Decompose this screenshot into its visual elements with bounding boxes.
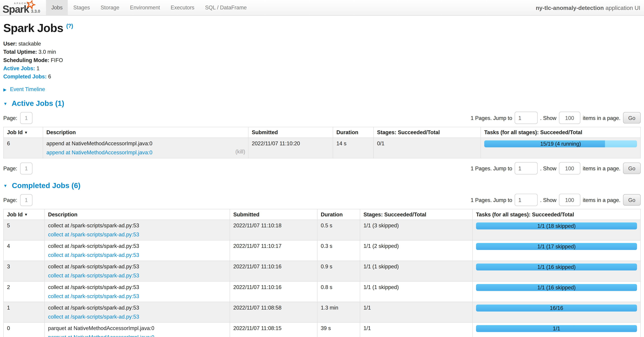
job-stages-cell: 1/1 (1 skipped) <box>360 261 472 281</box>
jump-to-input[interactable] <box>514 162 538 175</box>
main-content: Spark Jobs (?) User: stackable Total Upt… <box>0 22 644 337</box>
nav-tab-storage[interactable]: Storage <box>95 0 125 15</box>
nav-tab-sql-dataframe[interactable]: SQL / DataFrame <box>200 0 252 15</box>
column-header-description[interactable]: Description <box>44 209 230 220</box>
job-stages-cell: 1/1 (1 skipped) <box>360 281 472 302</box>
go-button[interactable]: Go <box>623 112 641 124</box>
job-detail-link[interactable]: collect at /spark-scripts/spark-ad.py:53 <box>48 314 226 320</box>
job-description-text: collect at /spark-scripts/spark-ad.py:53 <box>48 264 226 270</box>
job-tasks-cell: 15/19 (4 running) <box>481 138 640 158</box>
job-detail-link[interactable]: collect at /spark-scripts/spark-ad.py:53 <box>48 273 226 279</box>
tasks-progress-bar: 1/1 (17 skipped) <box>476 243 637 250</box>
job-duration-cell: 0.8 s <box>317 281 360 302</box>
spark-logo[interactable]: Spark APACHE 3.3.0 <box>0 0 46 15</box>
column-header-stages[interactable]: Stages: Succeeded/Total <box>374 127 481 138</box>
job-id-cell: 0 <box>4 323 44 337</box>
job-detail-link[interactable]: append at NativeMethodAccessorImpl.java:… <box>46 149 245 156</box>
job-description-text: collect at /spark-scripts/spark-ad.py:53 <box>48 284 226 290</box>
page-number-input[interactable] <box>20 194 32 206</box>
job-description-text: collect at /spark-scripts/spark-ad.py:53 <box>48 243 226 249</box>
job-id-cell: 1 <box>4 302 44 323</box>
tasks-progress-bar: 15/19 (4 running) <box>484 140 637 147</box>
column-header-job-id[interactable]: Job Id ▼ <box>4 209 44 220</box>
jump-to-input[interactable] <box>514 112 538 124</box>
tasks-progress-bar: 1/1 (18 skipped) <box>476 223 637 229</box>
spark-jobs-page: Spark APACHE 3.3.0 Jobs Stages Storage E… <box>0 0 644 337</box>
active-jobs-table: Job Id ▼ Description Submitted Duration … <box>3 127 641 158</box>
job-submitted-cell: 2022/11/07 11:10:17 <box>230 240 317 261</box>
nav-tabs: Jobs Stages Storage Environment Executor… <box>46 0 252 15</box>
completed-jobs-section-header[interactable]: ▼ Completed Jobs (6) <box>3 181 641 190</box>
application-name-bold: ny-tlc-anomaly-detection <box>536 4 604 11</box>
page-number-input[interactable] <box>20 112 32 124</box>
column-header-duration[interactable]: Duration <box>317 209 360 220</box>
tasks-progress-bar: 1/1 (16 skipped) <box>476 284 637 291</box>
page-title: Spark Jobs (?) <box>3 22 641 35</box>
help-link[interactable]: (?) <box>66 22 73 29</box>
column-header-submitted[interactable]: Submitted <box>230 209 317 220</box>
job-detail-link[interactable]: parquet at NativeMethodAccessorImpl.java… <box>48 334 226 337</box>
items-in-page-text: items in a page. <box>583 165 620 171</box>
completed-jobs-table: Job Id ▼ Description Submitted Duration … <box>3 209 641 337</box>
job-duration-cell: 0.3 s <box>317 240 360 261</box>
active-jobs-header-row: Job Id ▼ Description Submitted Duration … <box>4 127 640 138</box>
job-id-cell: 3 <box>4 261 44 281</box>
job-submitted-cell: 2022/11/07 11:10:16 <box>230 281 317 302</box>
job-description-cell: collect at /spark-scripts/spark-ad.py:53… <box>44 261 230 281</box>
event-timeline-toggle[interactable]: ▶ Event Timeline <box>3 86 641 92</box>
column-header-tasks[interactable]: Tasks (for all stages): Succeeded/Total <box>472 209 640 220</box>
column-header-description[interactable]: Description <box>43 127 248 138</box>
jump-to-input[interactable] <box>514 194 538 206</box>
collapse-down-icon: ▼ <box>3 101 7 106</box>
active-jobs-link[interactable]: Active Jobs: <box>3 65 35 71</box>
active-jobs-section-header[interactable]: ▼ Active Jobs (1) <box>3 99 641 108</box>
go-button[interactable]: Go <box>623 194 641 206</box>
go-button[interactable]: Go <box>623 162 641 174</box>
job-stages-cell: 0/1 <box>374 138 481 158</box>
page-label: Page: <box>3 197 17 203</box>
column-header-job-id[interactable]: Job Id ▼ <box>4 127 43 138</box>
job-detail-link[interactable]: collect at /spark-scripts/spark-ad.py:53 <box>48 232 226 238</box>
completed-jobs-link[interactable]: Completed Jobs: <box>3 73 46 80</box>
job-submitted-cell: 2022/11/07 11:10:16 <box>230 261 317 281</box>
user-value: stackable <box>18 41 41 47</box>
navbar: Spark APACHE 3.3.0 Jobs Stages Storage E… <box>0 0 644 16</box>
completed-jobs-pagination-top: Page: 1 Pages. Jump to . Show items in a… <box>3 194 641 206</box>
column-header-stages[interactable]: Stages: Succeeded/Total <box>360 209 472 220</box>
nav-tab-executors[interactable]: Executors <box>166 0 200 15</box>
application-ui-suffix: application UI <box>606 4 640 11</box>
job-submitted-cell: 2022/11/07 11:08:15 <box>230 323 317 337</box>
job-description-cell: append at NativeMethodAccessorImpl.java:… <box>43 138 248 158</box>
items-per-page-input[interactable] <box>559 162 580 175</box>
page-number-input[interactable] <box>20 162 32 174</box>
sort-down-icon: ▼ <box>24 213 28 217</box>
active-jobs-count: 1 <box>36 65 40 71</box>
items-per-page-input[interactable] <box>559 194 580 206</box>
items-in-page-text: items in a page. <box>583 115 620 121</box>
spark-logo-text: Spark <box>2 4 29 14</box>
pages-jump-text: 1 Pages. Jump to <box>470 115 512 121</box>
tasks-progress-label: 1/1 (16 skipped) <box>476 284 637 291</box>
job-detail-link[interactable]: collect at /spark-scripts/spark-ad.py:53 <box>48 252 226 258</box>
job-description-text: collect at /spark-scripts/spark-ad.py:53 <box>48 223 226 229</box>
nav-tab-environment[interactable]: Environment <box>125 0 166 15</box>
job-duration-cell: 1.3 min <box>317 302 360 323</box>
column-header-submitted[interactable]: Submitted <box>248 127 333 138</box>
job-tasks-cell: 16/16 <box>472 302 640 323</box>
job-detail-link[interactable]: collect at /spark-scripts/spark-ad.py:53 <box>48 293 226 299</box>
column-header-tasks[interactable]: Tasks (for all stages): Succeeded/Total <box>481 127 640 138</box>
scheduling-mode-row: Scheduling Mode: FIFO <box>3 57 641 63</box>
job-tasks-cell: 1/1 (18 skipped) <box>472 220 640 240</box>
tasks-progress-label: 1/1 (16 skipped) <box>476 264 637 271</box>
nav-tab-stages[interactable]: Stages <box>68 0 95 15</box>
job-id-cell: 6 <box>4 138 43 158</box>
job-description-cell: collect at /spark-scripts/spark-ad.py:53… <box>44 240 230 261</box>
job-id-cell: 2 <box>4 281 44 302</box>
items-per-page-input[interactable] <box>559 112 580 124</box>
kill-job-link[interactable]: (kill) <box>236 149 245 155</box>
job-description-cell: collect at /spark-scripts/spark-ad.py:53… <box>44 220 230 240</box>
nav-tab-jobs[interactable]: Jobs <box>46 0 68 15</box>
column-header-duration[interactable]: Duration <box>333 127 374 138</box>
job-row: 5 collect at /spark-scripts/spark-ad.py:… <box>4 220 640 240</box>
job-description-text: append at NativeMethodAccessorImpl.java:… <box>46 140 245 146</box>
